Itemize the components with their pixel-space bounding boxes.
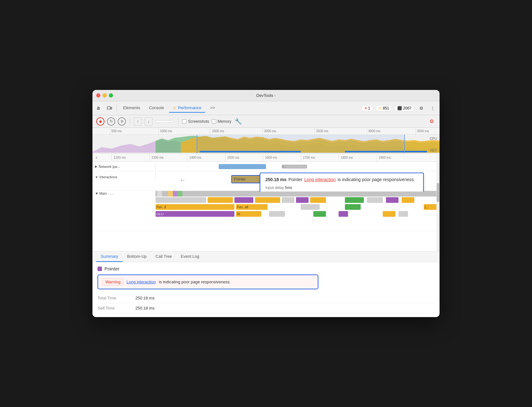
flame-row-2 xyxy=(156,197,440,203)
flame-purple-2 xyxy=(296,197,309,203)
ruler-3000: 3000 ms xyxy=(367,128,380,134)
flame-green-r2 xyxy=(313,211,326,217)
tab-call-tree[interactable]: Call Tree xyxy=(151,251,176,262)
warning-box: Warning Long interaction is indicating p… xyxy=(98,274,318,289)
tab-performance[interactable]: ⚠ Performance xyxy=(169,103,205,113)
track-interactions-label[interactable]: ▼ Interactions xyxy=(92,173,156,180)
total-time-value: 250.18 ms xyxy=(135,296,155,300)
ruler2-1500: 1500 ms xyxy=(225,154,239,162)
track-main: ▼ Main - ... xyxy=(92,190,440,231)
track-main-label[interactable]: ▼ Main - ... xyxy=(92,190,156,197)
memory-checkbox-box[interactable] xyxy=(212,119,216,124)
devtools-window: DevTools - Elements Console ⚠ Performanc… xyxy=(92,90,440,317)
flame-gray-3 xyxy=(367,197,383,203)
device-toolbar-icon[interactable] xyxy=(105,104,114,113)
timeline-ruler: 500 ms 1000 ms 1500 ms 2000 ms 2500 ms 3… xyxy=(92,128,440,135)
traffic-lights xyxy=(96,93,113,97)
warning-link[interactable]: Long interaction xyxy=(127,280,156,284)
track-interactions: ▼ Interactions ⊢ Pointer 250.18 ms Point… xyxy=(92,171,440,190)
pointer-title: Pointer xyxy=(98,266,434,271)
upload-button[interactable]: ↑ xyxy=(134,117,142,126)
track-main-content: Fun...ll Fun...all (... t.b.t.r Xt xyxy=(156,190,440,231)
tooltip-warning-link[interactable]: Long interaction xyxy=(304,177,336,182)
svg-rect-2 xyxy=(111,107,112,109)
brush-icon[interactable]: 🔧 xyxy=(234,117,243,126)
ruler-1000: 1000 ms xyxy=(158,128,172,134)
track-network-label[interactable]: ▶ Network |pa... xyxy=(92,163,156,170)
network-bar-1 xyxy=(219,164,266,169)
flame-gray-2 xyxy=(282,197,294,203)
flame-xt[interactable]: Xt xyxy=(236,211,261,217)
self-time-value: 250.18 ms xyxy=(135,306,155,310)
track-network: ▶ Network |pa... t... xyxy=(92,162,440,171)
total-time-label: Total Time xyxy=(98,296,135,300)
tooltip-line1: 250.18 ms Pointer Long interaction is in… xyxy=(265,177,418,182)
tab-summary[interactable]: Summary xyxy=(96,251,123,262)
settings-icon[interactable]: ⚙ xyxy=(417,104,426,113)
flame-fun-ll[interactable]: Fun...ll xyxy=(156,204,234,210)
download-button[interactable]: ↓ xyxy=(145,117,153,126)
flame-green-1 xyxy=(345,197,364,203)
flame-row-3: Fun...ll Fun...all (... xyxy=(156,204,440,210)
interaction-marker: ⊢ xyxy=(181,178,185,183)
flame-purple-r2 xyxy=(339,211,348,217)
timeline-area: s 1200 ms 1300 ms 1400 ms 1500 ms 1600 m… xyxy=(92,154,440,251)
ruler2-1300: 1300 ms xyxy=(149,154,163,162)
screenshots-checkbox[interactable]: Screenshots xyxy=(182,119,209,124)
ruler-3500: 3500 ms xyxy=(415,128,429,134)
performance-warning-icon: ⚠ xyxy=(173,106,176,110)
minimize-button[interactable] xyxy=(103,93,107,97)
timeline-ruler-detail: s 1200 ms 1300 ms 1400 ms 1500 ms 1600 m… xyxy=(92,154,440,162)
flame-gray-r2 xyxy=(269,211,285,217)
memory-checkbox[interactable]: Memory xyxy=(212,119,231,124)
flame-green-r1 xyxy=(345,204,361,210)
warning-badge[interactable]: ⚠ 851 xyxy=(375,105,392,111)
track-interactions-content: ⊢ Pointer 250.18 ms Pointer Long interac… xyxy=(156,173,440,192)
record-button[interactable]: ⏺ xyxy=(96,117,104,126)
total-time-row: Total Time 250.18 ms xyxy=(98,293,434,303)
flame-yellow-r2 xyxy=(383,211,395,217)
tab-bottom-up[interactable]: Bottom-Up xyxy=(123,251,151,262)
pointer-color-swatch xyxy=(98,267,102,271)
ruler-1500: 1500 ms xyxy=(210,128,224,134)
tab-elements[interactable]: Elements xyxy=(119,103,144,113)
track-network-content: t... xyxy=(156,162,440,171)
clear-button[interactable]: ⊘ xyxy=(118,117,126,126)
maximize-button[interactable] xyxy=(109,93,113,97)
close-button[interactable] xyxy=(96,93,100,97)
ruler2-1800: 1800 ms xyxy=(339,154,353,162)
inspector-icon[interactable] xyxy=(95,104,104,113)
tab-event-log[interactable]: Event Log xyxy=(176,251,204,262)
flame-yellow-3 xyxy=(310,197,326,203)
filter-dropdown[interactable] xyxy=(155,120,174,123)
pointer-bar-label: Pointer xyxy=(234,177,246,181)
tooltip-popup: 250.18 ms Pointer Long interaction is in… xyxy=(260,173,424,192)
screenshots-checkbox-box[interactable] xyxy=(182,119,186,124)
summary-content: Pointer Warning Long interaction is indi… xyxy=(92,262,440,317)
ruler2-1600: 1600 ms xyxy=(263,154,277,162)
tab-more[interactable]: >> xyxy=(206,103,219,113)
tab-console[interactable]: Console xyxy=(145,103,168,113)
info-badge[interactable]: ⬛ 2067 xyxy=(394,105,414,111)
titlebar: DevTools - xyxy=(92,90,440,101)
bottom-tab-bar: Summary Bottom-Up Call Tree Event Log xyxy=(92,251,440,262)
flame-gray-r1 xyxy=(301,204,320,210)
error-badge[interactable]: ✕ 1 xyxy=(361,105,373,111)
flame-yellow-1 xyxy=(208,197,233,203)
ruler2-1200: 1200 ms xyxy=(111,154,126,162)
reload-button[interactable]: ↻ xyxy=(107,117,115,126)
flame-purple-1 xyxy=(234,197,253,203)
more-options-icon[interactable]: ⋮ xyxy=(428,104,437,113)
timeline-scrollbar[interactable] xyxy=(436,154,440,251)
ruler2-1700: 1700 ms xyxy=(301,154,315,162)
ruler2-1400: 1400 ms xyxy=(187,154,201,162)
scrollbar-thumb[interactable] xyxy=(437,183,439,202)
flame-purple-3 xyxy=(386,197,399,203)
flame-gray-r3 xyxy=(399,211,408,217)
warning-icon: ⚠ xyxy=(378,106,382,110)
ruler-2000: 2000 ms xyxy=(263,128,276,134)
flame-tbtr[interactable]: t.b.t.r xyxy=(156,211,234,217)
flame-fun-all[interactable]: Fun...all xyxy=(236,204,268,210)
settings-gear-icon[interactable]: ⚙ xyxy=(428,117,436,126)
ruler2-s: s xyxy=(92,154,97,162)
